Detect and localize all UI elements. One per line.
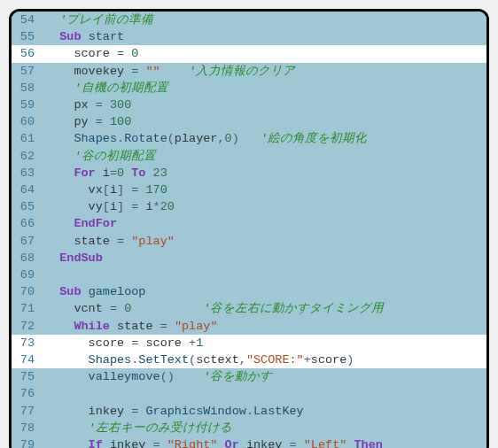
token	[45, 336, 89, 350]
code-line[interactable]: 64 vx[i] = 170	[12, 182, 486, 198]
code-content[interactable]: 'プレイ前の準備	[42, 12, 486, 28]
token	[239, 132, 261, 145]
token	[45, 98, 74, 112]
token: "Right"	[167, 438, 218, 448]
code-content[interactable]: EndFor	[42, 215, 486, 232]
code-content[interactable]: vcnt = 0 '谷を左右に動かすタイミング用	[42, 300, 486, 317]
token: px	[74, 98, 88, 112]
token: GraphicsWindow	[145, 405, 245, 418]
code-content[interactable]: EndSub	[42, 250, 486, 266]
code-line[interactable]: 60 py = 100	[12, 113, 486, 130]
code-line[interactable]: 63 For i=0 To 23	[12, 165, 486, 182]
token	[217, 438, 224, 448]
code-line[interactable]: 73 score = score +1	[12, 335, 486, 351]
code-content[interactable]	[42, 266, 486, 283]
code-line[interactable]: 54 'プレイ前の準備	[12, 12, 486, 28]
token	[45, 217, 74, 230]
code-content[interactable]: While state = "play"	[42, 318, 486, 335]
line-number: 59	[12, 97, 42, 113]
token: movekey	[74, 65, 124, 78]
token: *	[153, 200, 160, 213]
code-content[interactable]: py = 100	[42, 113, 486, 130]
code-line[interactable]: 72 While state = "play"	[12, 318, 486, 335]
code-line[interactable]: 78 '左右キーのみ受け付ける	[12, 420, 486, 436]
token: 0	[117, 166, 124, 180]
token: ]	[117, 200, 124, 213]
token: 300	[110, 98, 131, 112]
code-content[interactable]: Sub start	[42, 28, 486, 45]
code-content[interactable]: px = 300	[42, 97, 486, 113]
token: '谷を左右に動かすタイミング用	[203, 302, 384, 315]
token: score	[145, 336, 182, 350]
code-line[interactable]: 56 score = 0	[12, 45, 486, 62]
code-line[interactable]: 79 If inkey = "Right" Or inkey = "Left" …	[12, 436, 486, 448]
code-line[interactable]: 61 Shapes.Rotate(player,0) '絵の角度を初期化	[12, 130, 486, 147]
token: While	[74, 320, 110, 333]
code-content[interactable]: inkey = GraphicsWindow.LastKey	[42, 403, 486, 420]
token	[45, 285, 59, 298]
token: +	[304, 353, 311, 367]
code-line[interactable]: 57 movekey = "" '入力情報のクリア	[12, 63, 486, 80]
line-number: 76	[12, 385, 42, 402]
token	[45, 235, 74, 248]
code-content[interactable]: valleymove() '谷を動かす	[42, 368, 486, 385]
line-number: 62	[12, 148, 42, 165]
code-line[interactable]: 66 EndFor	[12, 215, 486, 232]
code-content[interactable]: '谷の初期配置	[42, 148, 486, 165]
code-editor[interactable]: 54 'プレイ前の準備55 Sub start56 score = 057 mo…	[9, 9, 489, 448]
code-line[interactable]: 68 EndSub	[12, 250, 486, 266]
token: If	[89, 438, 103, 448]
code-content[interactable]: Sub gameloop	[42, 283, 486, 300]
code-line[interactable]: 58 '自機の初期配置	[12, 80, 486, 97]
code-content[interactable]: vy[i] = i*20	[42, 198, 486, 215]
code-line[interactable]: 59 px = 300	[12, 97, 486, 113]
code-line[interactable]: 67 state = "play"	[12, 233, 486, 250]
code-content[interactable]: If inkey = "Right" Or inkey = "Left" The…	[42, 436, 486, 448]
token: Or	[225, 438, 239, 448]
token: LastKey	[253, 405, 304, 418]
code-content[interactable]: state = "play"	[42, 233, 486, 250]
line-number: 66	[12, 215, 42, 232]
line-number: 68	[12, 250, 42, 266]
code-line[interactable]: 65 vy[i] = i*20	[12, 198, 486, 215]
code-content[interactable]: For i=0 To 23	[42, 165, 486, 182]
code-content[interactable]: score = score +1	[42, 335, 486, 351]
code-line[interactable]: 71 vcnt = 0 '谷を左右に動かすタイミング用	[12, 300, 486, 317]
token	[110, 320, 117, 333]
token: Sub	[59, 30, 81, 43]
token	[45, 302, 74, 315]
code-content[interactable]: movekey = "" '入力情報のクリア	[42, 63, 486, 80]
code-content[interactable]: '自機の初期配置	[42, 80, 486, 97]
code-line[interactable]: 62 '谷の初期配置	[12, 148, 486, 165]
code-line[interactable]: 55 Sub start	[12, 28, 486, 45]
token	[167, 320, 175, 333]
code-content[interactable]: '左右キーのみ受け付ける	[42, 420, 486, 436]
token: inkey	[246, 438, 283, 448]
code-content[interactable]: Shapes.Rotate(player,0) '絵の角度を初期化	[42, 130, 486, 147]
token	[45, 166, 74, 180]
code-content[interactable]: Shapes.SetText(sctext,"SCORE:"+score)	[42, 351, 486, 368]
code-content[interactable]	[42, 385, 486, 402]
code-line[interactable]: 76	[12, 385, 486, 402]
code-line[interactable]: 70 Sub gameloop	[12, 283, 486, 300]
token: score	[89, 336, 125, 350]
token	[45, 150, 74, 163]
code-content[interactable]: score = 0	[42, 45, 486, 62]
token	[45, 370, 89, 383]
code-line[interactable]: 69	[12, 266, 486, 283]
token: "Left"	[304, 438, 347, 448]
line-number: 71	[12, 300, 42, 317]
token: ()	[160, 370, 175, 383]
token: state	[117, 320, 153, 333]
token	[82, 285, 89, 298]
code-line[interactable]: 77 inkey = GraphicsWindow.LastKey	[12, 403, 486, 420]
token	[103, 302, 110, 315]
token: state	[74, 235, 110, 248]
token: ""	[145, 65, 160, 78]
token: i	[103, 166, 110, 180]
code-line[interactable]: 74 Shapes.SetText(sctext,"SCORE:"+score)	[12, 351, 486, 368]
token	[45, 47, 74, 60]
token: vy	[89, 200, 103, 213]
code-line[interactable]: 75 valleymove() '谷を動かす	[12, 368, 486, 385]
code-content[interactable]: vx[i] = 170	[42, 182, 486, 198]
